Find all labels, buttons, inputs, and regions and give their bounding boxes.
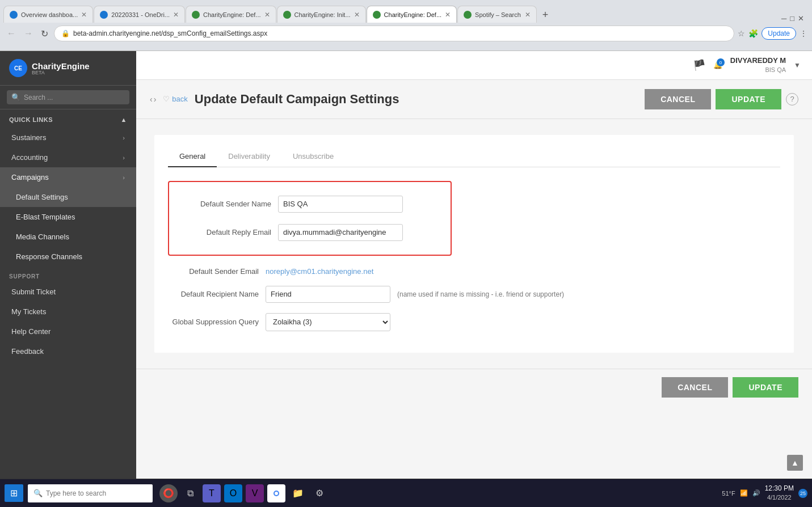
sidebar-item-help-center[interactable]: Help Center	[0, 322, 136, 341]
tab-close-4[interactable]: ✕	[354, 11, 360, 19]
sidebar-item-accounting[interactable]: Accounting ›	[0, 147, 136, 167]
taskbar-search-icon: 🔍	[33, 489, 43, 497]
tab-icon-1	[10, 11, 18, 19]
sidebar-item-default-settings[interactable]: Default Settings	[0, 187, 136, 207]
taskbar-taskview-icon[interactable]: ⧉	[181, 484, 199, 502]
sidebar-item-campaigns[interactable]: Campaigns ›	[0, 167, 136, 187]
sidebar-label-submit-ticket: Submit Ticket	[11, 288, 56, 296]
tab-label-5: CharityEngine: Def...	[384, 11, 442, 18]
tab-close-2[interactable]: ✕	[173, 11, 179, 19]
tab-close-3[interactable]: ✕	[264, 11, 270, 19]
taskbar-chrome-icon[interactable]	[267, 484, 285, 502]
user-name: DIVYAREDDY M	[730, 56, 786, 66]
sidebar-item-eblast-templates[interactable]: E-Blast Templates	[0, 207, 136, 227]
footer-update-button[interactable]: UPDATE	[733, 377, 798, 398]
header-update-button[interactable]: UPDATE	[716, 89, 781, 109]
close-btn[interactable]: ✕	[798, 14, 804, 23]
back-link[interactable]: ♡ back	[163, 95, 187, 103]
forward-btn[interactable]: →	[22, 27, 35, 40]
maximize-btn[interactable]: □	[790, 14, 794, 23]
form-row-suppression: Global Suppression Query Zolaikha (3)	[168, 313, 780, 331]
tab-close-5[interactable]: ✕	[445, 11, 451, 19]
back-btn[interactable]: ←	[5, 27, 18, 40]
start-button[interactable]: ⊞	[5, 484, 23, 502]
sidebar-label-media: Media Channels	[16, 233, 69, 241]
taskbar-outlook-icon[interactable]: O	[224, 484, 242, 502]
content-wrapper: General Deliverability Unsubscribe Defau…	[136, 119, 812, 369]
sidebar-label-accounting: Accounting	[11, 153, 48, 162]
taskbar-vs-icon[interactable]: V	[246, 484, 264, 502]
sender-name-input[interactable]	[278, 196, 403, 213]
sender-name-label: Default Sender Name	[180, 200, 271, 208]
tab-onedrive[interactable]: 20220331 - OneDri... ✕	[94, 6, 185, 23]
recipient-name-input[interactable]	[266, 286, 390, 303]
form-row-recipient-name: Default Recipient Name (name used if nam…	[168, 286, 780, 303]
footer-cancel-button[interactable]: CANCEL	[662, 377, 728, 398]
taskbar-search-box[interactable]: 🔍	[28, 484, 153, 502]
tab-overview[interactable]: Overview dashboa... ✕	[3, 6, 93, 23]
suppression-select[interactable]: Zolaikha (3)	[266, 313, 390, 331]
taskbar-right: 51°F 📶 🔊 12:30 PM 4/1/2022 25	[722, 484, 807, 502]
bookmark-icon[interactable]: ☆	[738, 29, 745, 38]
main-content: 🏴 🔔 0 DIVYAREDDY M BIS QA ▼ ‹ › ♡ back	[136, 51, 812, 479]
sidebar-label-default-settings: Default Settings	[16, 193, 68, 201]
sidebar-search-input[interactable]	[24, 94, 125, 102]
tab-deliverability[interactable]: Deliverability	[217, 146, 281, 167]
tab-label-3: CharityEngine: Def...	[203, 11, 261, 18]
taskbar: ⊞ 🔍 ⭕ ⧉ T O V 📁 ⚙ 51°F 📶 🔊 12:30 PM 4/1/…	[0, 479, 812, 507]
sidebar-item-media-channels[interactable]: Media Channels	[0, 227, 136, 247]
user-dropdown-chevron[interactable]: ▼	[794, 61, 801, 69]
sidebar-item-my-tickets[interactable]: My Tickets	[0, 302, 136, 322]
left-arrow-icon[interactable]: ‹	[150, 95, 153, 104]
reload-btn[interactable]: ↻	[39, 27, 51, 40]
tab-label-6: Spotify – Search	[475, 11, 521, 18]
form-row-sender-name: Default Sender Name	[180, 196, 439, 213]
logo-icon: CE	[9, 59, 27, 77]
taskbar-teams-icon[interactable]: T	[203, 484, 221, 502]
help-icon[interactable]: ?	[786, 93, 798, 105]
sidebar-section-main: QUICK LINKS ▲ Sustainers › Accounting › …	[0, 109, 136, 269]
tab-spotify[interactable]: Spotify – Search ✕	[457, 6, 537, 23]
tab-unsubscribe[interactable]: Unsubscribe	[281, 146, 345, 167]
scroll-top-button[interactable]: ▲	[787, 455, 803, 471]
menu-icon[interactable]: ⋮	[800, 29, 807, 38]
user-profile[interactable]: DIVYAREDDY M BIS QA	[730, 56, 786, 75]
tab-general[interactable]: General	[168, 146, 217, 167]
taskbar-notification-badge[interactable]: 25	[798, 489, 807, 498]
chevron-accounting: ›	[123, 154, 125, 161]
tab-charity3[interactable]: CharityEngine: Def... ✕	[186, 6, 276, 23]
taskbar-time: 12:30 PM	[765, 484, 794, 493]
tab-charity5[interactable]: CharityEngine: Def... ✕	[367, 6, 457, 23]
taskbar-cortana-icon[interactable]: ⭕	[159, 484, 178, 502]
taskbar-search-input[interactable]	[46, 489, 147, 497]
taskbar-date: 4/1/2022	[765, 493, 794, 502]
right-arrow-icon[interactable]: ›	[154, 95, 157, 104]
extensions-icon[interactable]: 🧩	[748, 29, 758, 38]
sidebar-item-submit-ticket[interactable]: Submit Ticket	[0, 282, 136, 302]
sidebar-label-eblast: E-Blast Templates	[16, 213, 75, 221]
sender-email-link[interactable]: noreply@cm01.charityengine.net	[266, 267, 373, 276]
address-bar[interactable]: 🔒 beta-admin.charityengine.net/dsp_smCon…	[54, 26, 734, 41]
page-title: Update Default Campaign Settings	[195, 92, 638, 107]
tab-icon-4	[283, 11, 291, 19]
taskbar-wifi-icon: 📶	[740, 489, 748, 497]
tab-close-1[interactable]: ✕	[81, 11, 87, 19]
taskbar-files-icon[interactable]: 📁	[289, 484, 307, 502]
form-row-reply-email: Default Reply Email	[180, 224, 439, 241]
minimize-btn[interactable]: ─	[781, 14, 786, 23]
chrome-update-button[interactable]: Update	[761, 27, 796, 40]
sidebar-item-sustainers[interactable]: Sustainers ›	[0, 128, 136, 147]
notification-bell[interactable]: 🔔 0	[713, 61, 722, 69]
sidebar-item-response-channels[interactable]: Response Channels	[0, 247, 136, 267]
new-tab-button[interactable]: +	[537, 7, 553, 23]
sidebar-search-box[interactable]: 🔍	[7, 90, 129, 104]
sidebar-item-feedback[interactable]: Feedback	[0, 341, 136, 361]
reply-email-input[interactable]	[278, 224, 403, 241]
heart-icon: ♡	[163, 95, 170, 103]
quick-links-toggle[interactable]: QUICK LINKS ▲	[0, 112, 136, 128]
tab-close-6[interactable]: ✕	[525, 11, 531, 19]
header-cancel-button[interactable]: CANCEL	[645, 89, 711, 109]
tabs-bar: Overview dashboa... ✕ 20220331 - OneDri.…	[0, 0, 812, 23]
tab-charity4[interactable]: CharityEngine: Init... ✕	[277, 6, 366, 23]
taskbar-settings-icon[interactable]: ⚙	[310, 484, 329, 502]
